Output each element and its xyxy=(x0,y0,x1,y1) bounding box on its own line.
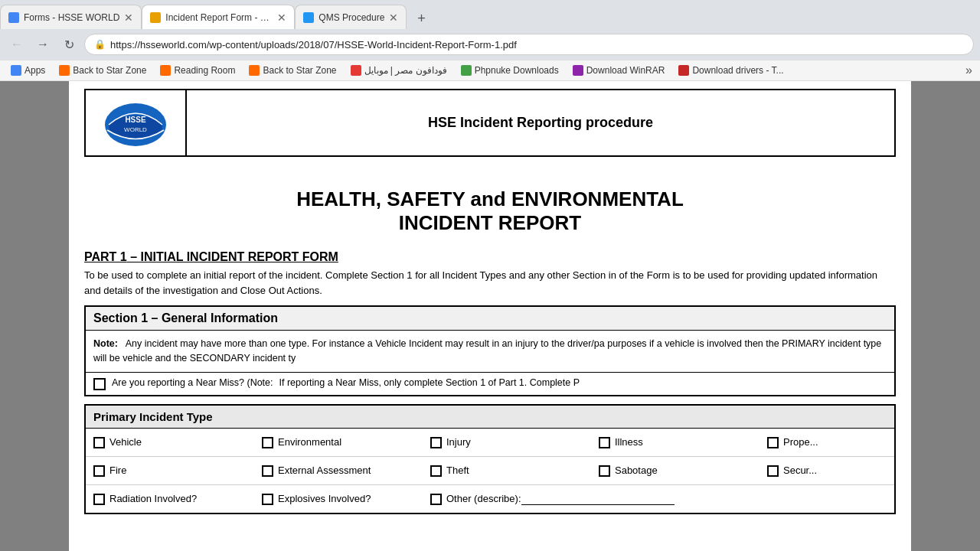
pdf-header: HSSE WORLD HSE Incident Reporting proced… xyxy=(84,89,896,157)
hsse-logo-image: HSSE WORLD xyxy=(101,98,170,148)
incident-type-grid-2: Fire External Assessment Theft Sabotage xyxy=(86,456,894,484)
pdf-header-title: HSE Incident Reporting procedure xyxy=(187,107,894,139)
bookmark-phpnuke[interactable]: Phpnuke Downloads xyxy=(455,62,565,79)
incident-type-header: Primary Incident Type xyxy=(86,406,894,429)
address-bar: ← → ↻ 🔒 https://hsseworld.com/wp-content… xyxy=(0,29,980,60)
bookmark-label-reading: Reading Room xyxy=(174,65,235,76)
explosives-checkbox[interactable] xyxy=(262,494,273,505)
secur-label: Secur... xyxy=(783,465,817,476)
note-text: Any incident may have more than one type… xyxy=(93,338,881,364)
tab-bar: Forms - HSSE WORLD ✕ Incident Report For… xyxy=(0,0,980,29)
other-checkbox[interactable] xyxy=(430,494,442,505)
bookmark-star1[interactable]: Back to Star Zone xyxy=(53,62,152,79)
pdf-main-title: HEALTH, SAFETY and ENVIRONMENTAL INCIDEN… xyxy=(69,165,911,243)
forward-button[interactable]: → xyxy=(32,34,54,55)
bookmark-favicon-star2 xyxy=(249,65,260,76)
bookmark-star2[interactable]: Back to Star Zone xyxy=(243,62,342,79)
pdf-logo: HSSE WORLD xyxy=(86,90,187,155)
main-title-line1: HEALTH, SAFETY and ENVIRONMENTAL xyxy=(84,187,896,211)
environmental-label: Environmental xyxy=(278,436,341,448)
incident-type-box: Primary Incident Type Vehicle Environmen… xyxy=(84,404,896,514)
secur-checkbox[interactable] xyxy=(767,465,779,477)
vehicle-checkbox[interactable] xyxy=(93,437,105,448)
tab-incident[interactable]: Incident Report Form - HSSE W... ✕ xyxy=(142,5,295,29)
bookmark-favicon-vodafone xyxy=(351,65,361,76)
bookmark-favicon-apps xyxy=(11,65,21,76)
section1-header: Section 1 – General Information xyxy=(86,307,894,331)
injury-checkbox[interactable] xyxy=(430,437,442,448)
bookmark-label-star2: Back to Star Zone xyxy=(263,65,336,76)
sabotage-checkbox[interactable] xyxy=(599,465,610,477)
incident-cell-injury: Injury xyxy=(423,433,591,452)
pdf-document: HSSE WORLD HSE Incident Reporting proced… xyxy=(69,81,911,551)
tab-favicon-2 xyxy=(150,12,161,23)
incident-cell-illness: Illness xyxy=(591,433,760,452)
near-miss-checkbox[interactable] xyxy=(93,378,106,390)
injury-label: Injury xyxy=(446,436,471,448)
part1-label: PART 1 xyxy=(84,250,127,263)
reload-button[interactable]: ↻ xyxy=(58,34,80,55)
near-miss-row: Are you reporting a Near Miss? (Note: If… xyxy=(86,372,894,395)
radiation-checkbox[interactable] xyxy=(93,494,105,505)
near-miss-label: Are you reporting a Near Miss? (Note: xyxy=(112,377,273,388)
incident-type-grid-1: Vehicle Environmental Injury Illness xyxy=(86,429,894,456)
incident-type-grid-3: Radiation Involved? Explosives Involved?… xyxy=(86,484,894,513)
svg-text:WORLD: WORLD xyxy=(124,126,147,133)
external-checkbox[interactable] xyxy=(262,465,273,477)
incident-cell-fire: Fire xyxy=(86,461,254,480)
bookmark-winrar[interactable]: Download WinRAR xyxy=(567,62,671,79)
incident-cell-explosives: Explosives Involved? xyxy=(254,490,423,508)
section1-content: Note: Any incident may have more than on… xyxy=(86,331,894,372)
environmental-checkbox[interactable] xyxy=(262,437,273,448)
incident-cell-theft: Theft xyxy=(423,461,591,480)
new-tab-button[interactable]: + xyxy=(410,8,433,29)
illness-label: Illness xyxy=(615,436,643,448)
bookmark-drivers[interactable]: Download drivers - T... xyxy=(672,62,789,79)
part1-heading: PART 1 – INITIAL INCIDENT REPORT FORM xyxy=(84,250,896,264)
tab-close-2[interactable]: ✕ xyxy=(277,11,286,24)
incident-cell-external: External Assessment xyxy=(254,461,423,480)
note-label: Note: xyxy=(93,338,118,349)
fire-label: Fire xyxy=(109,465,126,476)
url-text: https://hsseworld.com/wp-content/uploads… xyxy=(110,39,517,51)
bookmark-label-phpnuke: Phpnuke Downloads xyxy=(475,65,559,76)
url-bar[interactable]: 🔒 https://hsseworld.com/wp-content/uploa… xyxy=(84,34,974,55)
part1-rest: – INITIAL INCIDENT REPORT FORM xyxy=(127,250,338,263)
main-title-line2: INCIDENT REPORT xyxy=(84,211,896,235)
bookmark-favicon-drivers xyxy=(678,65,689,76)
bookmark-label-apps: Apps xyxy=(24,65,45,76)
illness-checkbox[interactable] xyxy=(599,437,610,448)
part1-description: To be used to complete an initial report… xyxy=(84,268,896,298)
tab-label-2: Incident Report Form - HSSE W... xyxy=(165,12,273,23)
explosives-label: Explosives Involved? xyxy=(278,493,371,504)
fire-checkbox[interactable] xyxy=(93,465,105,477)
pdf-viewer: HSSE WORLD HSE Incident Reporting proced… xyxy=(0,81,980,551)
bookmark-vodafone[interactable]: فودافون مصر | موبايل xyxy=(345,62,453,79)
lock-icon: 🔒 xyxy=(94,39,106,50)
bookmark-label-drivers: Download drivers - T... xyxy=(692,65,783,76)
incident-cell-other: Other (describe): xyxy=(423,490,894,508)
incident-cell-radiation: Radiation Involved? xyxy=(86,490,254,508)
bookmark-label-winrar: Download WinRAR xyxy=(586,65,665,76)
sabotage-label: Sabotage xyxy=(615,465,658,476)
bookmark-apps[interactable]: Apps xyxy=(5,62,51,79)
tab-label-3: QMS Procedure xyxy=(318,12,384,23)
tab-qms[interactable]: QMS Procedure ✕ xyxy=(295,5,407,29)
back-button[interactable]: ← xyxy=(6,34,28,55)
bookmark-favicon-phpnuke xyxy=(461,65,472,76)
radiation-label: Radiation Involved? xyxy=(109,493,197,504)
incident-cell-secur: Secur... xyxy=(760,461,894,480)
other-describe-field xyxy=(521,493,675,505)
bookmarks-more-button[interactable]: » xyxy=(962,64,975,77)
bookmark-reading[interactable]: Reading Room xyxy=(154,62,241,79)
tab-close-1[interactable]: ✕ xyxy=(124,11,133,24)
tab-close-3[interactable]: ✕ xyxy=(389,11,398,24)
prope-checkbox[interactable] xyxy=(767,437,779,448)
other-label: Other (describe): xyxy=(446,493,675,505)
incident-cell-environmental: Environmental xyxy=(254,433,423,452)
tab-forms[interactable]: Forms - HSSE WORLD ✕ xyxy=(0,5,142,29)
near-miss-note: If reporting a Near Miss, only complete … xyxy=(279,377,580,388)
incident-cell-vehicle: Vehicle xyxy=(86,433,254,452)
theft-checkbox[interactable] xyxy=(430,465,442,477)
tab-favicon-3 xyxy=(303,12,314,23)
